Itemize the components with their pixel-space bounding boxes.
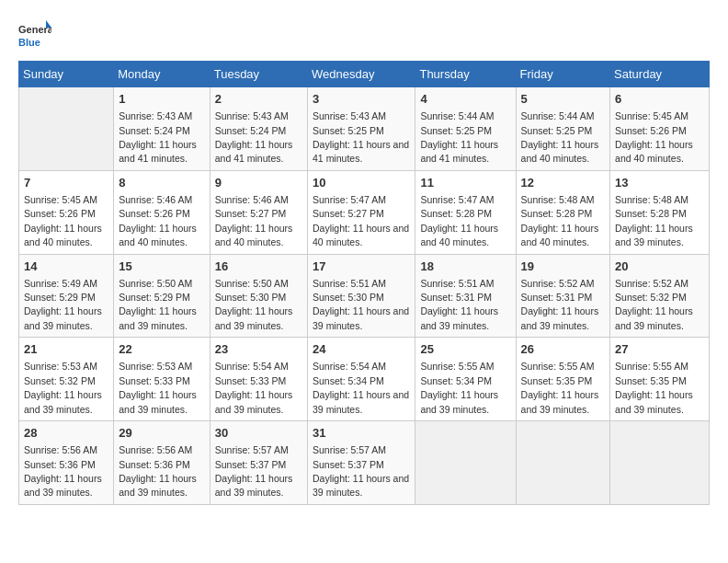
day-number: 29 [119,425,204,442]
calendar-cell: 12 Sunrise: 5:48 AMSunset: 5:28 PMDaylig… [516,170,610,254]
weekday-header-friday: Friday [516,62,610,87]
weekday-header-row: SundayMondayTuesdayWednesdayThursdayFrid… [19,62,710,87]
day-info: Sunrise: 5:55 AMSunset: 5:35 PMDaylight:… [615,361,693,414]
calendar-cell: 31 Sunrise: 5:57 AMSunset: 5:37 PMDaylig… [308,421,415,505]
week-row-2: 7 Sunrise: 5:45 AMSunset: 5:26 PMDayligh… [19,170,710,254]
calendar-cell: 26 Sunrise: 5:55 AMSunset: 5:35 PMDaylig… [516,338,610,421]
day-info: Sunrise: 5:45 AMSunset: 5:26 PMDaylight:… [24,194,102,247]
calendar-cell: 5 Sunrise: 5:44 AMSunset: 5:25 PMDayligh… [516,87,610,171]
calendar-table: SundayMondayTuesdayWednesdayThursdayFrid… [18,61,710,505]
logo-svg: General Blue [18,18,51,52]
day-number: 17 [313,259,410,275]
day-number: 25 [420,341,510,358]
day-info: Sunrise: 5:53 AMSunset: 5:32 PMDaylight:… [24,361,102,414]
calendar-cell: 10 Sunrise: 5:47 AMSunset: 5:27 PMDaylig… [308,170,415,254]
calendar-cell: 27 Sunrise: 5:55 AMSunset: 5:35 PMDaylig… [610,338,710,421]
calendar-cell: 23 Sunrise: 5:54 AMSunset: 5:33 PMDaylig… [210,338,307,421]
day-number: 12 [521,175,606,191]
day-number: 24 [313,341,410,358]
day-info: Sunrise: 5:57 AMSunset: 5:37 PMDaylight:… [215,444,293,498]
day-info: Sunrise: 5:45 AMSunset: 5:26 PMDaylight:… [615,110,693,164]
day-number: 10 [313,175,410,191]
calendar-cell: 8 Sunrise: 5:46 AMSunset: 5:26 PMDayligh… [114,170,210,254]
day-info: Sunrise: 5:43 AMSunset: 5:24 PMDaylight:… [119,110,197,164]
day-info: Sunrise: 5:56 AMSunset: 5:36 PMDaylight:… [119,444,197,498]
day-info: Sunrise: 5:49 AMSunset: 5:29 PMDaylight:… [24,278,102,331]
day-info: Sunrise: 5:55 AMSunset: 5:35 PMDaylight:… [521,361,599,414]
day-number: 3 [313,91,410,108]
week-row-4: 21 Sunrise: 5:53 AMSunset: 5:32 PMDaylig… [19,338,710,421]
logo-graphic: General Blue [18,18,51,52]
calendar-cell: 13 Sunrise: 5:48 AMSunset: 5:28 PMDaylig… [610,170,710,254]
day-number: 8 [119,175,204,191]
calendar-cell [19,87,114,171]
day-number: 7 [24,175,108,191]
weekday-header-saturday: Saturday [610,62,710,87]
svg-text:Blue: Blue [18,37,40,48]
calendar-cell: 19 Sunrise: 5:52 AMSunset: 5:31 PMDaylig… [516,254,610,338]
day-number: 13 [615,175,704,191]
day-number: 19 [521,259,606,275]
day-number: 21 [24,341,108,358]
calendar-cell: 1 Sunrise: 5:43 AMSunset: 5:24 PMDayligh… [114,87,210,171]
calendar-cell: 7 Sunrise: 5:45 AMSunset: 5:26 PMDayligh… [19,170,114,254]
day-number: 30 [215,425,302,442]
calendar-cell [415,421,516,505]
day-info: Sunrise: 5:53 AMSunset: 5:33 PMDaylight:… [119,361,197,414]
day-info: Sunrise: 5:54 AMSunset: 5:33 PMDaylight:… [215,361,293,414]
day-info: Sunrise: 5:55 AMSunset: 5:34 PMDaylight:… [420,361,498,414]
calendar-cell [516,421,610,505]
week-row-1: 1 Sunrise: 5:43 AMSunset: 5:24 PMDayligh… [19,87,710,171]
weekday-header-tuesday: Tuesday [210,62,307,87]
day-info: Sunrise: 5:46 AMSunset: 5:27 PMDaylight:… [215,194,293,247]
weekday-header-monday: Monday [114,62,210,87]
calendar-cell: 22 Sunrise: 5:53 AMSunset: 5:33 PMDaylig… [114,338,210,421]
day-info: Sunrise: 5:50 AMSunset: 5:29 PMDaylight:… [119,278,197,331]
day-info: Sunrise: 5:52 AMSunset: 5:31 PMDaylight:… [521,278,599,331]
day-number: 31 [313,425,410,442]
day-number: 22 [119,341,204,358]
calendar-cell: 14 Sunrise: 5:49 AMSunset: 5:29 PMDaylig… [19,254,114,338]
day-number: 28 [24,425,108,442]
calendar-cell: 20 Sunrise: 5:52 AMSunset: 5:32 PMDaylig… [610,254,710,338]
day-info: Sunrise: 5:46 AMSunset: 5:26 PMDaylight:… [119,194,197,247]
day-number: 14 [24,259,108,275]
calendar-cell: 18 Sunrise: 5:51 AMSunset: 5:31 PMDaylig… [415,254,516,338]
day-info: Sunrise: 5:54 AMSunset: 5:34 PMDaylight:… [313,361,409,414]
day-number: 20 [615,259,704,275]
calendar-cell: 16 Sunrise: 5:50 AMSunset: 5:30 PMDaylig… [210,254,307,338]
page-header: General Blue [18,18,710,52]
calendar-cell: 24 Sunrise: 5:54 AMSunset: 5:34 PMDaylig… [308,338,415,421]
week-row-5: 28 Sunrise: 5:56 AMSunset: 5:36 PMDaylig… [19,421,710,505]
calendar-cell: 21 Sunrise: 5:53 AMSunset: 5:32 PMDaylig… [19,338,114,421]
day-info: Sunrise: 5:47 AMSunset: 5:27 PMDaylight:… [313,194,409,247]
calendar-cell: 6 Sunrise: 5:45 AMSunset: 5:26 PMDayligh… [610,87,710,171]
day-info: Sunrise: 5:51 AMSunset: 5:31 PMDaylight:… [420,278,498,331]
day-info: Sunrise: 5:48 AMSunset: 5:28 PMDaylight:… [521,194,599,247]
day-info: Sunrise: 5:56 AMSunset: 5:36 PMDaylight:… [24,444,102,498]
day-number: 26 [521,341,606,358]
day-info: Sunrise: 5:51 AMSunset: 5:30 PMDaylight:… [313,278,409,331]
calendar-cell: 9 Sunrise: 5:46 AMSunset: 5:27 PMDayligh… [210,170,307,254]
day-number: 4 [420,91,510,108]
day-number: 1 [119,91,204,108]
week-row-3: 14 Sunrise: 5:49 AMSunset: 5:29 PMDaylig… [19,254,710,338]
logo: General Blue [18,18,51,52]
day-info: Sunrise: 5:44 AMSunset: 5:25 PMDaylight:… [521,110,599,164]
calendar-cell: 11 Sunrise: 5:47 AMSunset: 5:28 PMDaylig… [415,170,516,254]
day-info: Sunrise: 5:52 AMSunset: 5:32 PMDaylight:… [615,278,693,331]
day-info: Sunrise: 5:43 AMSunset: 5:24 PMDaylight:… [215,110,293,164]
calendar-cell: 25 Sunrise: 5:55 AMSunset: 5:34 PMDaylig… [415,338,516,421]
calendar-cell: 28 Sunrise: 5:56 AMSunset: 5:36 PMDaylig… [19,421,114,505]
day-number: 16 [215,259,302,275]
weekday-header-thursday: Thursday [415,62,516,87]
day-number: 6 [615,91,704,108]
day-number: 5 [521,91,606,108]
weekday-header-sunday: Sunday [19,62,114,87]
calendar-cell [610,421,710,505]
day-number: 23 [215,341,302,358]
day-info: Sunrise: 5:50 AMSunset: 5:30 PMDaylight:… [215,278,293,331]
calendar-cell: 2 Sunrise: 5:43 AMSunset: 5:24 PMDayligh… [210,87,307,171]
calendar-cell: 29 Sunrise: 5:56 AMSunset: 5:36 PMDaylig… [114,421,210,505]
day-info: Sunrise: 5:47 AMSunset: 5:28 PMDaylight:… [420,194,498,247]
